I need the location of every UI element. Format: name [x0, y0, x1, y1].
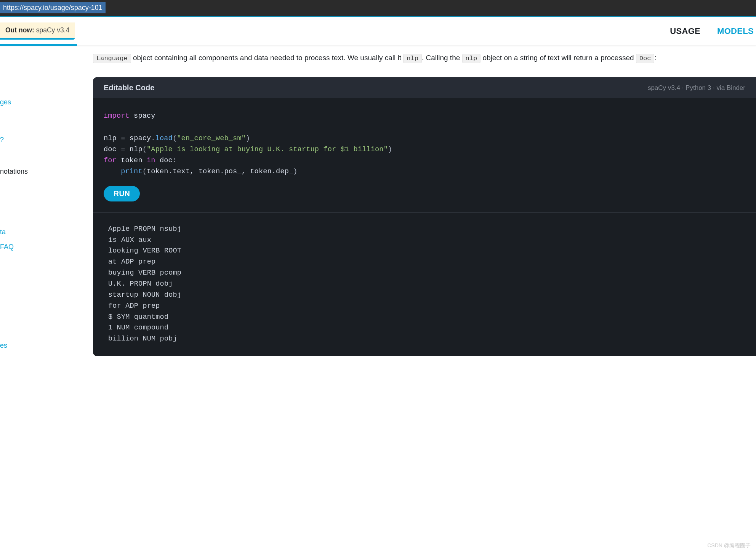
nav-models[interactable]: MODELS: [717, 26, 754, 36]
nav-usage[interactable]: USAGE: [670, 26, 700, 36]
run-button[interactable]: RUN: [104, 186, 140, 201]
code-meta: spaCy v3.4 · Python 3 · via Binder: [648, 84, 745, 92]
code-editor[interactable]: import spacy nlp = spacy.load("en_core_w…: [93, 98, 756, 212]
announcement-banner[interactable]: Out now: spaCy v3.4: [0, 22, 75, 40]
code-block: Editable Code spaCy v3.4 · Python 3 · vi…: [93, 77, 756, 356]
inline-code-nlp2: nlp: [462, 54, 481, 63]
url-text[interactable]: https://spacy.io/usage/spacy-101: [0, 2, 106, 13]
top-nav: Out now: spaCy v3.4 USAGE MODELS: [0, 17, 756, 45]
sidebar: ges ? notations ta FAQ es: [0, 45, 84, 376]
sidebar-item[interactable]: FAQ: [0, 240, 84, 254]
sidebar-item[interactable]: ta: [0, 225, 84, 240]
inline-code-nlp: nlp: [403, 54, 422, 63]
banner-link[interactable]: spaCy v3.4: [36, 26, 70, 34]
main-content: Language object containing all component…: [84, 45, 756, 376]
main-layout: ges ? notations ta FAQ es Language objec…: [0, 45, 756, 376]
nav-active-indicator: [0, 44, 77, 46]
inline-code-doc: Doc: [636, 54, 655, 63]
sidebar-item[interactable]: ?: [0, 133, 84, 147]
code-header: Editable Code spaCy v3.4 · Python 3 · vi…: [93, 77, 756, 98]
banner-prefix: Out now:: [5, 26, 34, 34]
url-bar: https://spacy.io/usage/spacy-101: [0, 0, 756, 17]
nav-links: USAGE MODELS: [670, 26, 756, 36]
sidebar-item[interactable]: notations: [0, 164, 84, 179]
intro-paragraph: Language object containing all component…: [93, 52, 756, 64]
code-title: Editable Code: [104, 83, 154, 92]
sidebar-item[interactable]: es: [0, 338, 84, 353]
inline-code-language: Language: [93, 54, 131, 63]
sidebar-item[interactable]: ges: [0, 95, 84, 110]
code-output: Apple PROPN nsubj is AUX aux looking VER…: [93, 213, 756, 356]
